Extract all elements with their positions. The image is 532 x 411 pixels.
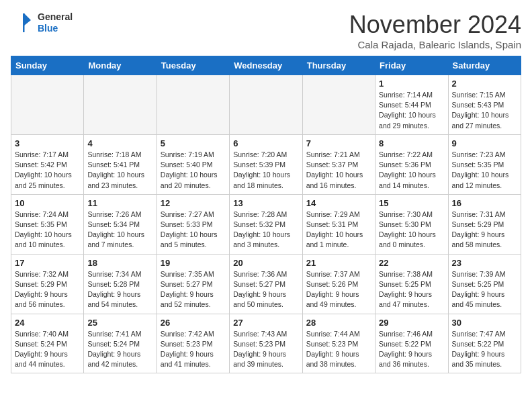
- calendar-week-row: 24Sunrise: 7:40 AM Sunset: 5:24 PM Dayli…: [11, 314, 521, 373]
- day-number: 9: [452, 138, 517, 148]
- day-info: Sunrise: 7:37 AM Sunset: 5:26 PM Dayligh…: [306, 269, 371, 310]
- day-of-week-header: Sunday: [11, 56, 84, 75]
- day-info: Sunrise: 7:38 AM Sunset: 5:25 PM Dayligh…: [379, 269, 444, 310]
- calendar-cell: 1Sunrise: 7:14 AM Sunset: 5:44 PM Daylig…: [375, 75, 448, 135]
- day-number: 28: [306, 318, 371, 328]
- day-number: 22: [379, 258, 444, 268]
- day-number: 29: [379, 318, 444, 328]
- day-info: Sunrise: 7:23 AM Sunset: 5:35 PM Dayligh…: [452, 150, 517, 191]
- day-number: 25: [87, 318, 152, 328]
- calendar-cell: 5Sunrise: 7:19 AM Sunset: 5:40 PM Daylig…: [157, 134, 229, 194]
- day-info: Sunrise: 7:46 AM Sunset: 5:22 PM Dayligh…: [379, 329, 444, 370]
- calendar-cell: 21Sunrise: 7:37 AM Sunset: 5:26 PM Dayli…: [302, 254, 375, 314]
- day-number: 14: [306, 198, 371, 208]
- calendar-cell: 20Sunrise: 7:36 AM Sunset: 5:27 PM Dayli…: [230, 254, 302, 314]
- day-number: 20: [233, 258, 298, 268]
- calendar-cell: 30Sunrise: 7:47 AM Sunset: 5:22 PM Dayli…: [448, 314, 521, 373]
- day-number: 3: [15, 138, 80, 148]
- calendar-cell: [84, 75, 157, 135]
- day-info: Sunrise: 7:36 AM Sunset: 5:27 PM Dayligh…: [233, 269, 298, 310]
- calendar-cell: [11, 75, 84, 135]
- calendar-cell: 10Sunrise: 7:24 AM Sunset: 5:35 PM Dayli…: [11, 194, 84, 254]
- day-info: Sunrise: 7:24 AM Sunset: 5:35 PM Dayligh…: [15, 210, 80, 250]
- calendar-week-row: 17Sunrise: 7:32 AM Sunset: 5:29 PM Dayli…: [11, 254, 521, 314]
- day-number: 24: [15, 318, 80, 328]
- day-number: 4: [87, 138, 152, 148]
- calendar-week-row: 3Sunrise: 7:17 AM Sunset: 5:42 PM Daylig…: [11, 134, 521, 194]
- calendar-cell: 19Sunrise: 7:35 AM Sunset: 5:27 PM Dayli…: [157, 254, 229, 314]
- day-info: Sunrise: 7:42 AM Sunset: 5:23 PM Dayligh…: [161, 329, 226, 370]
- day-of-week-header: Wednesday: [230, 56, 302, 75]
- day-number: 8: [379, 138, 444, 148]
- calendar-cell: 14Sunrise: 7:29 AM Sunset: 5:31 PM Dayli…: [302, 194, 375, 254]
- day-info: Sunrise: 7:26 AM Sunset: 5:34 PM Dayligh…: [87, 210, 152, 250]
- day-number: 23: [452, 258, 517, 268]
- svg-rect-1: [23, 13, 25, 32]
- day-info: Sunrise: 7:35 AM Sunset: 5:27 PM Dayligh…: [161, 269, 226, 310]
- day-info: Sunrise: 7:22 AM Sunset: 5:36 PM Dayligh…: [379, 150, 444, 191]
- calendar-cell: 4Sunrise: 7:18 AM Sunset: 5:41 PM Daylig…: [84, 134, 157, 194]
- calendar-cell: 24Sunrise: 7:40 AM Sunset: 5:24 PM Dayli…: [11, 314, 84, 373]
- day-number: 10: [15, 198, 80, 208]
- calendar-header-row: SundayMondayTuesdayWednesdayThursdayFrid…: [11, 56, 521, 75]
- day-of-week-header: Thursday: [302, 56, 375, 75]
- day-info: Sunrise: 7:40 AM Sunset: 5:24 PM Dayligh…: [15, 329, 80, 370]
- calendar-cell: 23Sunrise: 7:39 AM Sunset: 5:25 PM Dayli…: [448, 254, 521, 314]
- logo: GeneralBlue: [11, 11, 73, 35]
- day-number: 19: [161, 258, 226, 268]
- calendar-cell: 3Sunrise: 7:17 AM Sunset: 5:42 PM Daylig…: [11, 134, 84, 194]
- day-number: 30: [452, 318, 517, 328]
- calendar: SundayMondayTuesdayWednesdayThursdayFrid…: [11, 56, 521, 373]
- day-number: 11: [87, 198, 152, 208]
- day-info: Sunrise: 7:19 AM Sunset: 5:40 PM Dayligh…: [161, 150, 226, 191]
- calendar-cell: 26Sunrise: 7:42 AM Sunset: 5:23 PM Dayli…: [157, 314, 229, 373]
- logo-blue-label: Blue: [38, 23, 73, 34]
- calendar-cell: 17Sunrise: 7:32 AM Sunset: 5:29 PM Dayli…: [11, 254, 84, 314]
- day-info: Sunrise: 7:47 AM Sunset: 5:22 PM Dayligh…: [452, 329, 517, 370]
- calendar-cell: 25Sunrise: 7:41 AM Sunset: 5:24 PM Dayli…: [84, 314, 157, 373]
- day-number: 16: [452, 198, 517, 208]
- day-of-week-header: Monday: [84, 56, 157, 75]
- day-number: 1: [379, 79, 444, 89]
- svg-marker-0: [24, 13, 31, 26]
- day-info: Sunrise: 7:44 AM Sunset: 5:23 PM Dayligh…: [306, 329, 371, 370]
- day-number: 7: [306, 138, 371, 148]
- day-number: 21: [306, 258, 371, 268]
- day-of-week-header: Tuesday: [157, 56, 229, 75]
- day-number: 15: [379, 198, 444, 208]
- calendar-cell: 6Sunrise: 7:20 AM Sunset: 5:39 PM Daylig…: [230, 134, 302, 194]
- day-number: 17: [15, 258, 80, 268]
- calendar-cell: 22Sunrise: 7:38 AM Sunset: 5:25 PM Dayli…: [375, 254, 448, 314]
- logo-svg: [11, 11, 35, 35]
- day-info: Sunrise: 7:20 AM Sunset: 5:39 PM Dayligh…: [233, 150, 298, 191]
- calendar-cell: [157, 75, 229, 135]
- day-number: 5: [161, 138, 226, 148]
- day-number: 12: [161, 198, 226, 208]
- calendar-cell: 2Sunrise: 7:15 AM Sunset: 5:43 PM Daylig…: [448, 75, 521, 135]
- day-info: Sunrise: 7:18 AM Sunset: 5:41 PM Dayligh…: [87, 150, 152, 191]
- calendar-cell: 11Sunrise: 7:26 AM Sunset: 5:34 PM Dayli…: [84, 194, 157, 254]
- day-info: Sunrise: 7:15 AM Sunset: 5:43 PM Dayligh…: [452, 90, 517, 131]
- day-info: Sunrise: 7:29 AM Sunset: 5:31 PM Dayligh…: [306, 210, 371, 250]
- day-info: Sunrise: 7:32 AM Sunset: 5:29 PM Dayligh…: [15, 269, 80, 310]
- day-number: 2: [452, 79, 517, 89]
- calendar-cell: 9Sunrise: 7:23 AM Sunset: 5:35 PM Daylig…: [448, 134, 521, 194]
- day-info: Sunrise: 7:41 AM Sunset: 5:24 PM Dayligh…: [87, 329, 152, 370]
- calendar-cell: 18Sunrise: 7:34 AM Sunset: 5:28 PM Dayli…: [84, 254, 157, 314]
- calendar-cell: 12Sunrise: 7:27 AM Sunset: 5:33 PM Dayli…: [157, 194, 229, 254]
- logo-general-label: General: [38, 11, 73, 23]
- day-info: Sunrise: 7:34 AM Sunset: 5:28 PM Dayligh…: [87, 269, 152, 310]
- calendar-cell: 16Sunrise: 7:31 AM Sunset: 5:29 PM Dayli…: [448, 194, 521, 254]
- day-info: Sunrise: 7:30 AM Sunset: 5:30 PM Dayligh…: [379, 210, 444, 250]
- day-number: 26: [161, 318, 226, 328]
- title-block: November 2024 Cala Rajada, Balearic Isla…: [349, 11, 521, 50]
- day-info: Sunrise: 7:43 AM Sunset: 5:23 PM Dayligh…: [233, 329, 298, 370]
- day-info: Sunrise: 7:17 AM Sunset: 5:42 PM Dayligh…: [15, 150, 80, 191]
- day-info: Sunrise: 7:28 AM Sunset: 5:32 PM Dayligh…: [233, 210, 298, 250]
- day-number: 6: [233, 138, 298, 148]
- day-number: 27: [233, 318, 298, 328]
- day-info: Sunrise: 7:21 AM Sunset: 5:37 PM Dayligh…: [306, 150, 371, 191]
- day-of-week-header: Friday: [375, 56, 448, 75]
- header: GeneralBlue November 2024 Cala Rajada, B…: [11, 11, 521, 50]
- calendar-cell: 13Sunrise: 7:28 AM Sunset: 5:32 PM Dayli…: [230, 194, 302, 254]
